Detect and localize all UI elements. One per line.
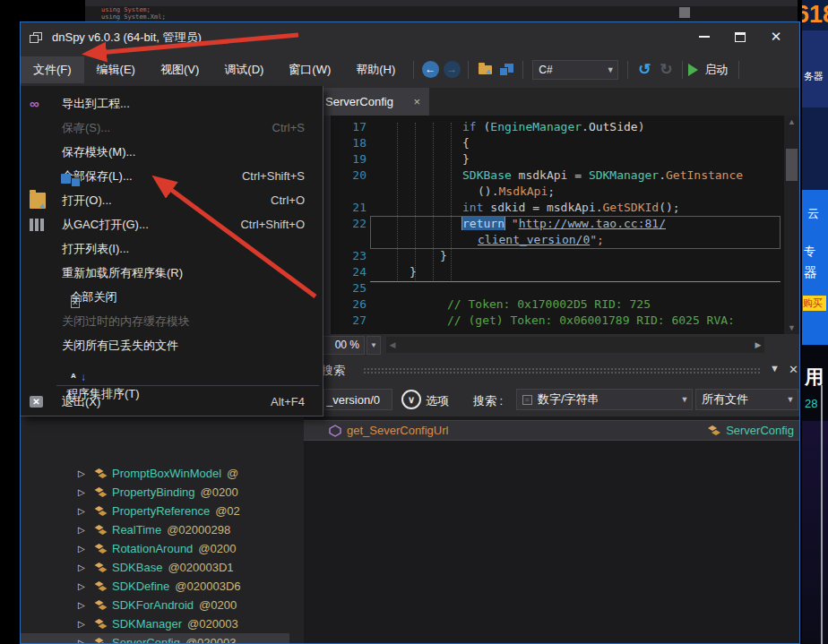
- panel-close-icon[interactable]: ✕: [789, 363, 798, 376]
- redo-button[interactable]: ↻: [655, 60, 677, 80]
- menu-item-label: 打开列表(I)...: [62, 242, 129, 255]
- menu-item-6[interactable]: Ctrl+Shift+O从GAC打开(G)...: [21, 212, 323, 236]
- code-line[interactable]: 26// Token: 0x170002D5 RID: 725: [331, 297, 784, 313]
- tree-item-sdkdefine[interactable]: ▷SDKDefine@020003D6: [21, 577, 289, 596]
- code-line[interactable]: 22return "http://www.tao.cc:81/: [331, 217, 784, 233]
- code-line[interactable]: 17if (EngineManager.OutSide): [331, 120, 784, 136]
- editor-vertical-scrollbar[interactable]: ▲ ▼: [784, 116, 799, 334]
- line-number: 22: [331, 217, 367, 230]
- menu-item-3[interactable]: 保存模块(M)...: [21, 140, 323, 164]
- class-icon: [92, 486, 108, 498]
- search-panel-header[interactable]: 搜索 ▼ ✕: [304, 357, 799, 382]
- scrollbar-thumb[interactable]: [786, 149, 798, 181]
- expander-icon[interactable]: ▷: [78, 487, 92, 497]
- titlebar[interactable]: dnSpy v6.0.3 (64-bit, 管理员) ✕: [21, 22, 799, 53]
- menu-item-7[interactable]: 打开列表(I)...: [21, 236, 323, 261]
- code-line[interactable]: 25: [331, 281, 784, 297]
- navigate-forward-button[interactable]: →: [441, 60, 462, 80]
- menu-item-8[interactable]: 重新加载所有程序集(R): [21, 261, 323, 285]
- expander-icon[interactable]: ▷: [78, 600, 92, 610]
- start-debug-button[interactable]: 启动: [688, 62, 733, 78]
- menubar-item-6[interactable]: 帮助(H): [343, 56, 408, 83]
- scroll-right-icon[interactable]: ▶: [752, 337, 764, 353]
- code-line[interactable]: client_version/0";: [331, 233, 784, 249]
- line-number: 19: [331, 152, 367, 166]
- tree-item-promptboxwinmodel[interactable]: ▷PromptBoxWinModel@: [21, 464, 289, 483]
- menubar-item-5[interactable]: 窗口(W): [276, 56, 343, 83]
- tree-item-address: @020003D1: [168, 561, 233, 574]
- code-token: if: [462, 120, 477, 133]
- tree-item-address: @0200: [198, 542, 236, 555]
- code-line[interactable]: ().MsdkApi;: [331, 185, 784, 201]
- code-token: ;: [548, 185, 555, 198]
- scroll-left-icon[interactable]: ◀: [386, 337, 399, 353]
- menubar-item-4[interactable]: 调试(D): [211, 56, 276, 83]
- expander-icon[interactable]: ▷: [78, 544, 92, 554]
- tab-close-icon[interactable]: ×: [413, 95, 420, 108]
- code-line[interactable]: 27// (get) Token: 0x06001789 RID: 6025 R…: [331, 313, 784, 330]
- options-label[interactable]: 选项: [426, 393, 449, 409]
- browser-scrollbar[interactable]: [821, 385, 823, 644]
- buy-button[interactable]: 购买: [803, 296, 826, 311]
- dnspy-window: dnSpy v6.0.3 (64-bit, 管理员) ✕ 文件(F)编辑(E)视…: [20, 21, 800, 644]
- expander-icon[interactable]: ▷: [78, 468, 92, 478]
- chevron-down-icon[interactable]: ▼: [783, 395, 798, 404]
- expander-icon[interactable]: ▷: [78, 638, 92, 643]
- menu-item-5[interactable]: Ctrl+O打开(O)...: [21, 188, 323, 212]
- scroll-up-icon[interactable]: ▲: [784, 117, 799, 126]
- chevron-down-icon[interactable]: ▼: [677, 395, 692, 404]
- tree-item-sdkmanager[interactable]: ▷SDKManager@020003: [21, 614, 289, 633]
- save-all-button[interactable]: [496, 60, 517, 80]
- expander-icon[interactable]: ▷: [78, 562, 92, 572]
- tree-item-serverconfig[interactable]: ▷ServerConfig@020003: [21, 633, 289, 643]
- code-editor[interactable]: 17if (EngineManager.OutSide)18{19}20SDKB…: [331, 116, 784, 334]
- undo-button[interactable]: ↺: [634, 60, 655, 80]
- code-line[interactable]: 23}: [331, 249, 784, 265]
- tree-item-sdkbase[interactable]: ▷SDKBase@020003D1: [21, 558, 289, 577]
- menu-item-11[interactable]: 关闭所有已丢失的文件: [21, 333, 323, 357]
- language-combobox[interactable]: C# ▼: [532, 60, 618, 80]
- search-scope-combobox[interactable]: 所有文件 ▼: [695, 389, 798, 410]
- tree-item-propertyreference[interactable]: ▷PropertyReference@02: [21, 502, 289, 520]
- menubar-item-2[interactable]: 编辑(E): [84, 56, 148, 83]
- tree-item-realtime[interactable]: ▷RealTime@02000298: [21, 520, 289, 539]
- menu-item-4[interactable]: Ctrl+Shift+S全部保存(L)...: [21, 164, 323, 188]
- search-result-row[interactable]: get_SeverConfigUrl ServerConfig: [304, 420, 799, 441]
- navigate-back-button[interactable]: ←: [419, 60, 441, 80]
- editor-horizontal-scrollbar[interactable]: ◀ ▶: [386, 337, 764, 353]
- code-line[interactable]: 18{: [331, 136, 784, 152]
- maximize-button[interactable]: [722, 24, 758, 49]
- code-line[interactable]: 21int sdkid = msdkApi.GetSDKId();: [331, 201, 784, 217]
- menu-item-9[interactable]: ✕全部关闭: [21, 285, 323, 309]
- minimize-button[interactable]: [686, 24, 722, 49]
- expander-icon[interactable]: ▷: [78, 525, 92, 535]
- scroll-down-icon[interactable]: ▼: [784, 323, 799, 332]
- open-file-button[interactable]: [474, 60, 496, 80]
- chevron-down-icon[interactable]: ▼: [603, 65, 617, 74]
- tree-item-propertybinding[interactable]: ▷PropertyBinding@0200: [21, 483, 289, 502]
- menu-item-1[interactable]: ∞导出到工程...: [21, 91, 323, 116]
- code-line[interactable]: 19}: [331, 152, 784, 168]
- tab-label: ServerConfig: [325, 95, 393, 108]
- zoom-dropdown-icon[interactable]: ▼: [367, 336, 381, 355]
- search-type-combobox[interactable]: = 数字/字符串 ▼: [516, 389, 693, 410]
- search-input[interactable]: [323, 389, 392, 410]
- tab-serverconfig[interactable]: ServerConfig ×: [316, 88, 429, 116]
- class-icon: [92, 637, 108, 643]
- code-line[interactable]: 24}: [331, 265, 784, 281]
- menu-item-12[interactable]: AZ↓程序集排序(T): [21, 357, 323, 382]
- close-button[interactable]: ✕: [758, 24, 794, 49]
- options-chevron-icon[interactable]: ∨: [401, 390, 421, 409]
- tree-item-rotationaround[interactable]: ▷RotationAround@0200: [21, 539, 289, 558]
- expander-icon[interactable]: ▷: [78, 619, 92, 629]
- menubar-item-1[interactable]: 文件(F): [21, 56, 84, 83]
- expander-icon[interactable]: ▷: [78, 506, 92, 516]
- expander-icon[interactable]: ▷: [78, 581, 92, 591]
- code-token: // (get) Token: 0x06001789 RID: 6025 RVA…: [447, 313, 735, 327]
- tree-item-sdkforandroid[interactable]: ▷SDKForAndroid@0200: [21, 596, 289, 614]
- code-line[interactable]: 20SDKBase msdkApi = SDKManager.GetInstan…: [331, 168, 784, 185]
- toolbar-separator: [522, 61, 523, 79]
- panel-collapse-icon[interactable]: ▼: [770, 363, 780, 374]
- menu-item-13[interactable]: ✕Alt+F4退出(X): [21, 390, 323, 414]
- menubar-item-3[interactable]: 视图(V): [148, 56, 211, 83]
